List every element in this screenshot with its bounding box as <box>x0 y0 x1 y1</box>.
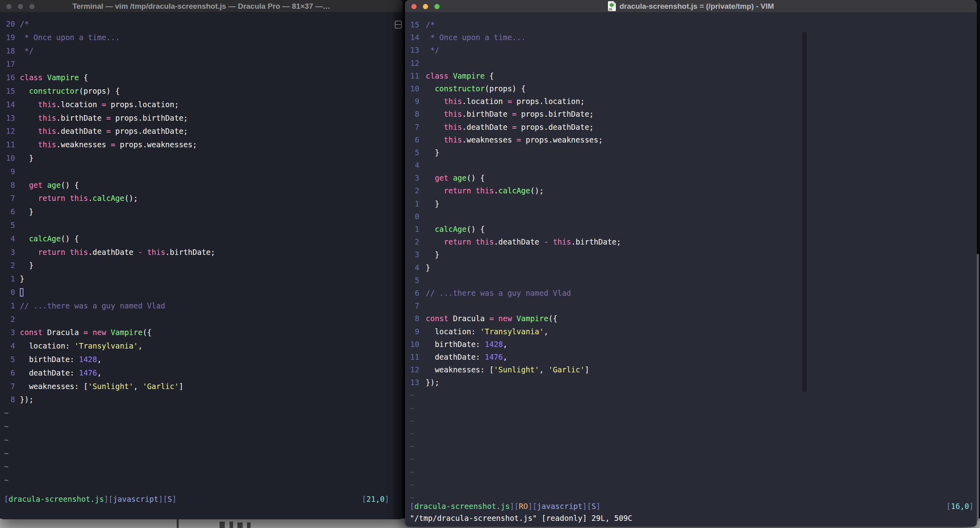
text-segment: this <box>38 127 56 135</box>
text-segment <box>426 84 435 93</box>
text-segment: ({ <box>548 314 558 323</box>
window-controls <box>6 4 35 9</box>
text-segment: , <box>133 382 143 391</box>
minimize-button[interactable] <box>18 4 23 9</box>
text-segment: return <box>444 186 471 195</box>
line-number: 8 <box>0 393 15 407</box>
code-line: 8 get age() { <box>0 179 394 192</box>
line-content: } <box>426 199 439 208</box>
line-content: birthDate: 1428, <box>20 355 102 364</box>
line-number: 8 <box>410 312 419 325</box>
line-number: 6 <box>410 133 419 146</box>
text-segment: () { <box>61 234 79 243</box>
text-segment: = <box>111 140 115 149</box>
zoom-button[interactable] <box>29 4 35 9</box>
vim-command-line: "/tmp/dracula-screenshot.js" [readonly] … <box>410 513 633 524</box>
text-segment: } <box>20 274 24 283</box>
text-segment: - <box>544 237 548 246</box>
code-line: 5 birthDate: 1428, <box>0 353 394 366</box>
line-content: } <box>20 261 33 270</box>
line-number: 5 <box>410 146 419 159</box>
tilde-marker: ~ <box>0 422 8 431</box>
line-content: constructor(props) { <box>20 87 120 95</box>
close-button[interactable] <box>411 4 417 9</box>
text-segment: 'Garlic' <box>143 382 179 391</box>
code-line: 3const Dracula = new Vampire({ <box>0 326 394 339</box>
text-segment: age <box>453 173 467 182</box>
tilde-marker: ~ <box>410 455 414 463</box>
text-segment: ] <box>969 502 974 511</box>
text-segment: this <box>476 237 494 246</box>
code-line: 7 weaknesses: ['Sunlight', 'Garlic'] <box>0 380 394 393</box>
file-proxy-icon[interactable]: JS <box>608 1 616 11</box>
code-line: 3 return this.deathDate - this.birthDate… <box>0 246 394 259</box>
line-content: calcAge() { <box>20 234 79 243</box>
line-content: // ...there was a guy named Vlad <box>426 289 571 297</box>
text-segment: Dracula <box>42 328 83 337</box>
split-pane-button[interactable] <box>395 21 402 29</box>
line-content: weaknesses: ['Sunlight', 'Garlic'] <box>426 365 589 374</box>
vim-statusline: [dracula-screenshot.js][javascript][S] [… <box>4 493 389 505</box>
code-line: 12 <box>405 57 977 69</box>
text-segment <box>106 328 110 337</box>
text-segment: 'Sunlight' <box>88 382 133 391</box>
line-content: /* <box>20 19 29 28</box>
line-number: 13 <box>410 376 419 389</box>
text-segment: = <box>106 114 110 122</box>
code-line: 12 this.deathDate = props.deathDate; <box>0 125 394 138</box>
editor-scrollbar[interactable] <box>802 32 807 392</box>
line-number: 9 <box>410 325 419 338</box>
line-number: 15 <box>410 18 419 31</box>
code-line: 11 this.weaknesses = props.weaknesses; <box>0 138 394 152</box>
line-number: 3 <box>0 246 15 259</box>
macvim-titlebar[interactable]: JS dracula-screenshot.js = (/private/tmp… <box>405 0 977 13</box>
line-content: } <box>426 263 430 272</box>
line-number: 5 <box>410 274 419 287</box>
vim-editor-area[interactable]: 15/*14 * Once upon a time...13 */1211cla… <box>405 13 977 527</box>
line-content: get age() { <box>20 181 79 189</box>
line-content: */ <box>426 46 439 54</box>
statusline-file-info: [dracula-screenshot.js][RO][javascript][… <box>410 500 601 512</box>
text-segment: * Once upon a time... <box>426 33 526 42</box>
text-segment: get <box>29 181 42 189</box>
text-segment: (props) { <box>485 84 526 93</box>
code-line: 8 this.birthDate = props.birthDate; <box>405 108 977 120</box>
code-line: 4 <box>405 159 977 172</box>
code-line: 5 <box>405 274 977 287</box>
text-segment: }); <box>20 395 33 404</box>
line-number: 9 <box>410 95 419 108</box>
text-segment: this <box>444 123 462 131</box>
text-segment <box>426 173 435 182</box>
text-segment <box>494 314 498 323</box>
code-line: 4 calcAge() { <box>0 232 394 246</box>
minimize-button[interactable] <box>423 4 428 9</box>
text-segment: 1476 <box>79 368 97 377</box>
text-segment: (); <box>124 194 138 202</box>
line-content: class Vampire { <box>426 71 494 80</box>
line-content: const Dracula = new Vampire({ <box>20 328 152 337</box>
text-segment: ] <box>385 495 389 503</box>
text-segment <box>426 186 444 195</box>
empty-buffer-line: ~ <box>405 478 977 491</box>
text-segment <box>65 248 69 256</box>
line-number: 4 <box>0 339 15 353</box>
close-button[interactable] <box>6 4 12 9</box>
code-line: 7 this.deathDate = props.deathDate; <box>405 121 977 133</box>
zoom-button[interactable] <box>434 4 440 9</box>
text-segment: deathDate: <box>20 368 79 377</box>
vim-editor-area[interactable]: 20/*19 * Once upon a time...18 */1716cla… <box>0 13 394 519</box>
terminal-scrollbar[interactable] <box>394 13 403 519</box>
code-line: 8const Dracula = new Vampire({ <box>405 312 977 325</box>
terminal-titlebar[interactable]: Terminal — vim /tmp/dracula-screenshot.j… <box>0 0 403 13</box>
desktop-artifact <box>177 518 179 528</box>
line-number: 8 <box>410 108 419 120</box>
text-segment <box>426 97 444 106</box>
text-segment: Vampire <box>111 328 143 337</box>
line-number: 14 <box>410 31 419 44</box>
code-line: 7 return this.calcAge(); <box>0 192 394 205</box>
code-line: 14 this.location = props.location; <box>0 98 394 112</box>
text-segment <box>426 123 444 131</box>
line-number: 6 <box>0 205 15 219</box>
line-content: location: 'Transylvania', <box>20 341 143 350</box>
code-line: 11 deathDate: 1476, <box>405 351 977 363</box>
